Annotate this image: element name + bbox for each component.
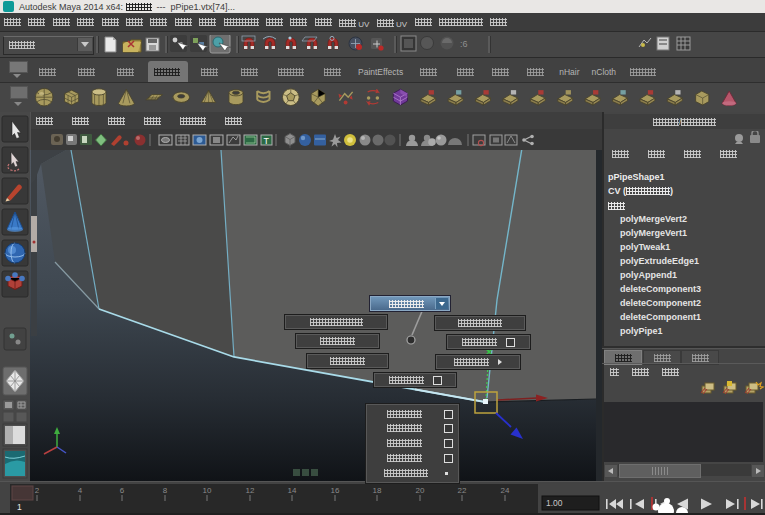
svg-text:14: 14 (288, 486, 297, 495)
svg-text:1: 1 (17, 502, 22, 512)
svg-text:1.00: 1.00 (546, 498, 563, 508)
svg-text:22: 22 (458, 486, 467, 495)
svg-text:20: 20 (416, 486, 425, 495)
svg-text:12: 12 (246, 486, 255, 495)
svg-text:8: 8 (163, 486, 168, 495)
svg-text:10: 10 (203, 486, 212, 495)
svg-text:T: T (264, 136, 270, 146)
svg-text:18: 18 (373, 486, 382, 495)
svg-text:6: 6 (120, 486, 125, 495)
svg-text:24: 24 (501, 486, 510, 495)
svg-text::6: :6 (460, 39, 468, 49)
svg-text:16: 16 (331, 486, 340, 495)
svg-text:2: 2 (35, 486, 40, 495)
svg-text:4: 4 (78, 486, 83, 495)
